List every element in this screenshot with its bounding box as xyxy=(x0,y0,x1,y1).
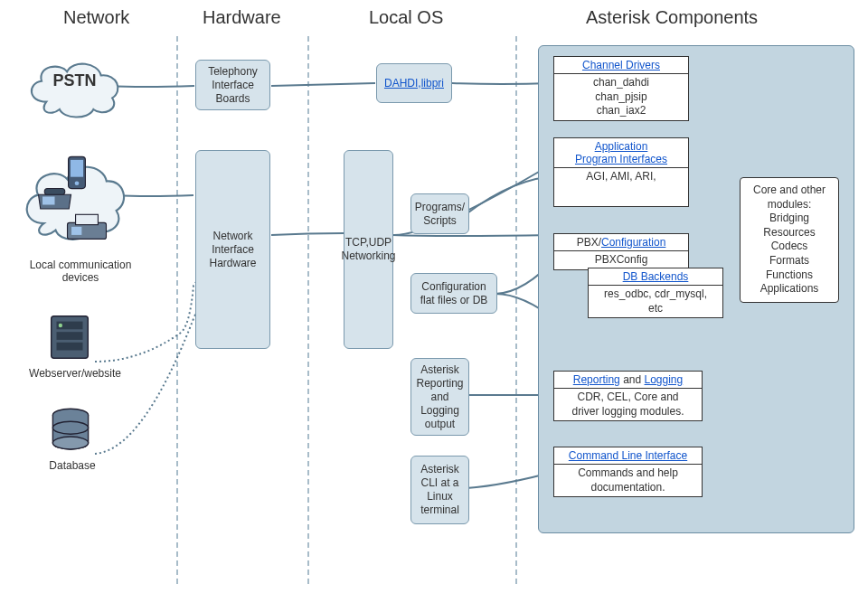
pstn-cloud: PSTN xyxy=(18,52,131,123)
db-body: res_odbc, cdr_mysql,etc xyxy=(589,286,722,317)
fax-icon xyxy=(63,212,110,244)
pbx-config-link[interactable]: Configuration xyxy=(601,236,665,249)
svg-rect-7 xyxy=(71,227,81,235)
config-files: Configurationflat files or DB xyxy=(410,273,497,314)
dahdi-box: DAHDI,libpri xyxy=(376,63,452,103)
col-localos: Local OS xyxy=(369,7,443,28)
svg-rect-10 xyxy=(57,332,83,340)
reporting-output: AsteriskReportingandLoggingoutput xyxy=(410,358,469,436)
logging-link[interactable]: Logging xyxy=(645,373,684,386)
svg-point-2 xyxy=(75,181,80,185)
tcp-networking: TCP,UDPNetworking xyxy=(344,150,393,349)
db-box: DB Backends res_odbc, cdr_mysql,etc xyxy=(588,268,723,318)
reporting-and: and xyxy=(620,373,645,386)
cli-link[interactable]: Command Line Interface xyxy=(569,449,687,462)
channel-drivers-link[interactable]: Channel Drivers xyxy=(582,59,660,71)
cli-box: Command Line Interface Commands and help… xyxy=(553,447,703,497)
devices-caption: Local communicationdevices xyxy=(27,259,134,285)
api-link[interactable]: ApplicationProgram Interfaces xyxy=(575,140,667,165)
divider-1 xyxy=(176,36,178,584)
pstn-label: PSTN xyxy=(52,71,96,90)
svg-point-15 xyxy=(52,437,88,449)
divider-3 xyxy=(515,36,517,584)
dahdi-link[interactable]: DAHDI,libpri xyxy=(384,77,444,90)
api-box: ApplicationProgram Interfaces AGI, AMI, … xyxy=(553,137,689,207)
svg-rect-4 xyxy=(42,197,55,205)
cli-terminal: AsteriskCLI at aLinuxterminal xyxy=(410,456,469,524)
col-network: Network xyxy=(63,7,129,28)
pbx-body: PBXConfig xyxy=(554,251,688,269)
col-hardware: Hardware xyxy=(203,7,281,28)
svg-rect-6 xyxy=(76,214,99,224)
channel-drivers-box: Channel Drivers chan_dahdichan_pjsipchan… xyxy=(553,56,689,121)
pbx-head-prefix: PBX/ xyxy=(577,236,601,249)
svg-rect-1 xyxy=(71,160,83,177)
programs-scripts: Programs/Scripts xyxy=(410,193,469,234)
core-modules-text: Core and othermodules:BridgingResourcesC… xyxy=(741,178,838,302)
reporting-box: Reporting and Logging CDR, CEL, Core and… xyxy=(553,371,703,421)
database-caption: Database xyxy=(36,459,108,472)
col-asterisk: Asterisk Components xyxy=(586,7,758,28)
cli-body: Commands and helpdocumentation. xyxy=(554,465,702,496)
channel-drivers-body: chan_dahdichan_pjsipchan_iax2 xyxy=(554,74,688,120)
server-icon xyxy=(43,311,96,363)
svg-point-12 xyxy=(59,324,62,327)
reporting-link[interactable]: Reporting xyxy=(573,373,620,386)
telephony-boards: TelephonyInterfaceBoards xyxy=(195,60,270,110)
api-body: AGI, AMI, ARI, xyxy=(554,168,688,206)
nic-hardware: NetworkInterfaceHardware xyxy=(195,150,270,349)
divider-2 xyxy=(307,36,309,584)
core-modules-box: Core and othermodules:BridgingResourcesC… xyxy=(740,177,839,303)
svg-rect-11 xyxy=(57,343,83,351)
webserver-caption: Webserver/website xyxy=(25,367,125,380)
reporting-body: CDR, CEL, Core anddriver logging modules… xyxy=(554,389,702,420)
database-icon xyxy=(45,405,96,456)
db-link[interactable]: DB Backends xyxy=(623,270,689,283)
pbx-box: PBX/Configuration PBXConfig xyxy=(553,233,689,270)
svg-rect-3 xyxy=(44,189,65,195)
